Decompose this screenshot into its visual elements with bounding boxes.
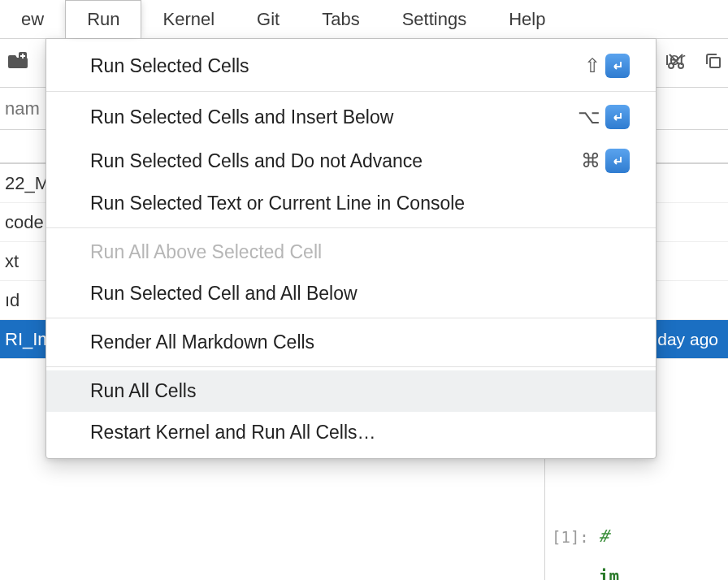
command-key-icon: ⌘ — [581, 149, 600, 172]
file-name: ıd — [5, 290, 20, 311]
menu-settings[interactable]: Settings — [381, 0, 488, 38]
menu-item-label: Run Selected Cells and Do not Advance — [90, 150, 422, 172]
file-name: 22_M — [5, 173, 50, 194]
menu-item-label: Restart Kernel and Run All Cells… — [90, 422, 376, 444]
menu-run-all-above: Run All Above Selected Cell — [46, 232, 656, 273]
enter-key-icon — [605, 149, 630, 173]
menu-separator — [46, 227, 656, 228]
option-key-icon: ⌥ — [578, 106, 600, 128]
new-folder-icon[interactable] — [8, 52, 29, 74]
menu-run-selected-text-console[interactable]: Run Selected Text or Current Line in Con… — [46, 183, 656, 224]
menu-restart-kernel-run-all[interactable]: Restart Kernel and Run All Cells… — [46, 412, 656, 453]
menubar: ew Run Kernel Git Tabs Settings Help — [0, 0, 728, 39]
menu-separator — [46, 91, 656, 92]
menu-item-label: Run All Above Selected Cell — [90, 241, 322, 263]
code-cell[interactable]: [1]: # im — [552, 526, 728, 580]
menu-kernel[interactable]: Kernel — [141, 0, 236, 38]
menu-help[interactable]: Help — [488, 0, 566, 38]
file-name: xt — [5, 251, 19, 272]
menu-item-label: Render All Markdown Cells — [90, 331, 314, 353]
menu-tabs[interactable]: Tabs — [301, 0, 380, 38]
shortcut: ⇧ — [584, 54, 630, 78]
menu-item-label: Run Selected Cell and All Below — [90, 283, 358, 305]
menu-run-selected-and-below[interactable]: Run Selected Cell and All Below — [46, 273, 656, 314]
shortcut: ⌥ — [578, 105, 630, 129]
menu-item-label: Run Selected Cells — [90, 55, 249, 77]
enter-key-icon — [605, 54, 630, 78]
menu-item-label: Run All Cells — [90, 380, 196, 402]
menu-run-selected-insert-below[interactable]: Run Selected Cells and Insert Below ⌥ — [46, 95, 656, 139]
shortcut: ⌘ — [581, 149, 630, 173]
copy-icon[interactable] — [704, 51, 723, 75]
cell-prompt: [1]: — [552, 526, 589, 546]
code-keyword: im — [599, 567, 619, 580]
cut-icon[interactable] — [666, 51, 686, 75]
code-lines: # im — [599, 526, 619, 580]
menu-render-all-markdown[interactable]: Render All Markdown Cells — [46, 322, 656, 363]
file-name: code — [5, 212, 44, 233]
menu-git[interactable]: Git — [236, 0, 301, 38]
menu-item-label: Run Selected Cells and Insert Below — [90, 106, 393, 128]
menu-view[interactable]: ew — [0, 0, 65, 38]
shift-key-icon: ⇧ — [584, 54, 600, 77]
menu-run[interactable]: Run — [65, 0, 141, 38]
code-comment: # — [599, 526, 619, 546]
enter-key-icon — [605, 105, 630, 129]
menu-separator — [46, 366, 656, 367]
run-menu-dropdown: Run Selected Cells ⇧ Run Selected Cells … — [46, 38, 656, 459]
svg-rect-3 — [710, 58, 720, 67]
menu-run-all-cells[interactable]: Run All Cells — [46, 370, 656, 412]
menu-separator — [46, 318, 656, 318]
menu-item-label: Run Selected Text or Current Line in Con… — [90, 193, 465, 214]
menu-run-selected-no-advance[interactable]: Run Selected Cells and Do not Advance ⌘ — [46, 139, 656, 183]
menu-run-selected-cells[interactable]: Run Selected Cells ⇧ — [46, 44, 656, 88]
